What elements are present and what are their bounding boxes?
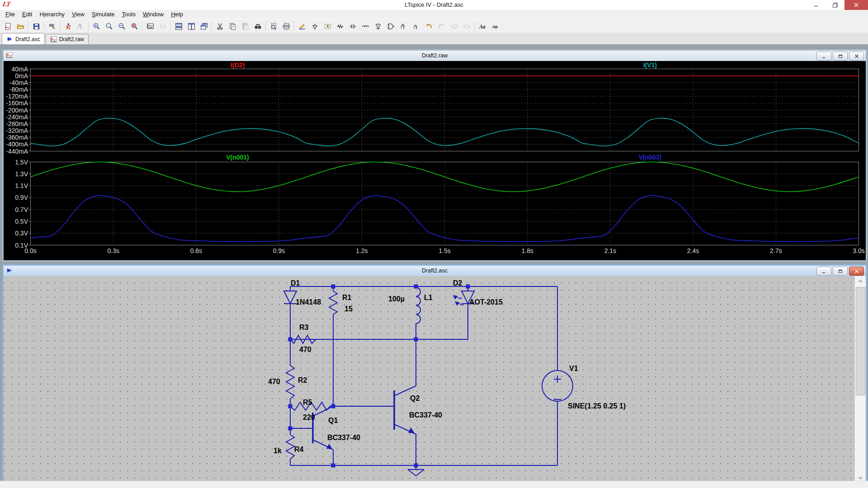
scroll-thumb[interactable] bbox=[856, 287, 865, 395]
component-value-q1[interactable]: BC337-40 bbox=[327, 434, 360, 441]
component-label-r2[interactable]: R2 bbox=[298, 376, 307, 384]
waveform-maximize-button[interactable] bbox=[833, 52, 848, 61]
zoom-out-button[interactable] bbox=[115, 20, 128, 33]
trace-label-v-n003-[interactable]: V(n003) bbox=[639, 154, 662, 161]
component-button[interactable] bbox=[384, 20, 397, 33]
toolbar-separator bbox=[60, 22, 60, 31]
raw-plot-area[interactable]: 40mA0mA-40mA-80mA-120mA-160mA-200mA-240m… bbox=[4, 61, 866, 260]
x-axis-tick-label: 0.6s bbox=[184, 247, 209, 254]
new-schematic-button[interactable] bbox=[1, 20, 14, 33]
waveform-close-button[interactable] bbox=[849, 52, 864, 61]
trace-label-i-v1-[interactable]: I(V1) bbox=[643, 61, 657, 69]
scroll-up-button[interactable] bbox=[855, 276, 866, 286]
menu-item-view[interactable]: View bbox=[68, 10, 88, 19]
tile-vertical-button[interactable] bbox=[185, 20, 198, 33]
component-value-r2[interactable]: 470 bbox=[268, 378, 280, 385]
copy-button[interactable] bbox=[226, 20, 239, 33]
run-button[interactable] bbox=[61, 20, 74, 33]
component-label-d2[interactable]: D2 bbox=[453, 279, 462, 287]
inductor-button[interactable] bbox=[359, 20, 372, 33]
waveform-view-button[interactable] bbox=[144, 20, 156, 33]
capacitor-button[interactable] bbox=[346, 20, 359, 33]
zoom-extents-button[interactable] bbox=[128, 20, 141, 33]
component-label-r1[interactable]: R1 bbox=[342, 294, 352, 301]
tab-draft2-raw[interactable]: Draft2.raw bbox=[46, 34, 89, 44]
component-label-q2[interactable]: Q2 bbox=[410, 394, 420, 402]
v1-symbol[interactable] bbox=[542, 371, 573, 401]
spice-directive-button[interactable]: .op bbox=[489, 20, 501, 33]
component-label-r4[interactable]: R4 bbox=[294, 446, 304, 453]
status-panel-divider bbox=[113, 482, 113, 487]
zoom-in-button[interactable] bbox=[90, 20, 103, 33]
component-value-d2[interactable]: AOT-2015 bbox=[469, 298, 503, 306]
y-axis-tick-label: -40mA bbox=[5, 79, 28, 86]
move-button[interactable] bbox=[397, 20, 410, 33]
schematic-close-button[interactable] bbox=[849, 267, 864, 276]
menu-item-hierarchy[interactable]: Hierarchy bbox=[36, 10, 68, 19]
r1-symbol[interactable] bbox=[329, 291, 337, 318]
main-titlebar[interactable]: LT LTspice IV - Draft2.asc bbox=[0, 0, 868, 10]
component-value-q2[interactable]: BC337-40 bbox=[409, 411, 442, 419]
menu-item-simulate[interactable]: Simulate bbox=[88, 10, 118, 19]
print-preview-button[interactable] bbox=[267, 20, 280, 33]
print-button[interactable] bbox=[280, 20, 292, 33]
schematic-minimize-button[interactable] bbox=[816, 267, 831, 276]
tab-draft2-asc[interactable]: Draft2.asc bbox=[2, 33, 45, 45]
component-value-r4[interactable]: 1k bbox=[274, 447, 282, 455]
r2-symbol[interactable] bbox=[286, 366, 294, 399]
schematic-canvas[interactable]: D1 1N4148 R1 15 100µ L1 D2 AOT-2015 R3 4… bbox=[4, 276, 866, 483]
q1-symbol[interactable] bbox=[313, 406, 333, 450]
component-value-r1[interactable]: 15 bbox=[344, 305, 353, 313]
l1-symbol[interactable] bbox=[416, 287, 420, 324]
menu-item-tools[interactable]: Tools bbox=[118, 10, 139, 19]
drag-button[interactable] bbox=[410, 20, 422, 33]
tile-horizontal-button[interactable] bbox=[172, 20, 185, 33]
schematic-titlebar[interactable]: Draft2.asc bbox=[4, 266, 866, 276]
trace-label-i-d2-[interactable]: I(D2) bbox=[231, 61, 245, 69]
menu-item-window[interactable]: Window bbox=[139, 10, 167, 19]
zoom-area-button[interactable] bbox=[103, 20, 115, 33]
control-panel-button[interactable] bbox=[46, 20, 58, 33]
restore-button[interactable] bbox=[826, 0, 844, 10]
trace-label-v-n001-[interactable]: V(n001) bbox=[226, 154, 249, 161]
open-button[interactable] bbox=[14, 20, 27, 33]
undo-button[interactable] bbox=[422, 20, 435, 33]
find-button[interactable] bbox=[251, 20, 264, 33]
q2-symbol[interactable] bbox=[394, 386, 416, 434]
component-value-d1[interactable]: 1N4148 bbox=[296, 298, 321, 306]
y-axis-tick-label: -200mA bbox=[5, 107, 28, 114]
close-button[interactable] bbox=[844, 0, 868, 10]
net-label-button[interactable]: A bbox=[321, 20, 334, 33]
component-value-r3[interactable]: 470 bbox=[299, 346, 311, 353]
component-value-l1[interactable]: 100µ bbox=[388, 295, 405, 303]
waveform-plot[interactable] bbox=[4, 61, 863, 258]
menu-item-file[interactable]: File bbox=[2, 10, 19, 19]
wire-button[interactable] bbox=[296, 20, 308, 33]
menu-item-edit[interactable]: Edit bbox=[19, 10, 36, 19]
toolbar: CAEEEAa.op bbox=[0, 19, 868, 33]
cascade-button[interactable] bbox=[198, 20, 210, 33]
component-label-d1[interactable]: D1 bbox=[291, 279, 300, 287]
diode-button[interactable] bbox=[372, 20, 384, 33]
waveform-minimize-button[interactable] bbox=[816, 52, 831, 61]
text-button[interactable]: Aa bbox=[476, 20, 489, 33]
r4-symbol[interactable] bbox=[286, 435, 294, 459]
schematic-vscrollbar[interactable] bbox=[854, 276, 866, 483]
status-panel-divider bbox=[179, 482, 179, 487]
minimize-button[interactable] bbox=[807, 0, 826, 10]
component-label-q1[interactable]: Q1 bbox=[328, 417, 338, 424]
component-label-v1[interactable]: V1 bbox=[569, 365, 578, 372]
ground-button[interactable] bbox=[308, 20, 321, 33]
schematic-maximize-button[interactable] bbox=[833, 267, 848, 276]
component-label-r3[interactable]: R3 bbox=[299, 324, 309, 331]
waveform-titlebar[interactable]: Draft2.raw bbox=[4, 51, 866, 61]
component-value-v1[interactable]: SINE(1.25 0.25 1) bbox=[568, 402, 626, 410]
component-value-r5[interactable]: 220 bbox=[303, 413, 315, 421]
cut-button[interactable] bbox=[213, 20, 226, 33]
save-button[interactable] bbox=[30, 20, 42, 33]
component-label-l1[interactable]: L1 bbox=[424, 294, 433, 301]
resistor-button[interactable] bbox=[334, 20, 346, 33]
d1-symbol[interactable] bbox=[284, 291, 297, 304]
menu-item-help[interactable]: Help bbox=[167, 10, 187, 19]
component-label-r5[interactable]: R5 bbox=[303, 399, 312, 406]
